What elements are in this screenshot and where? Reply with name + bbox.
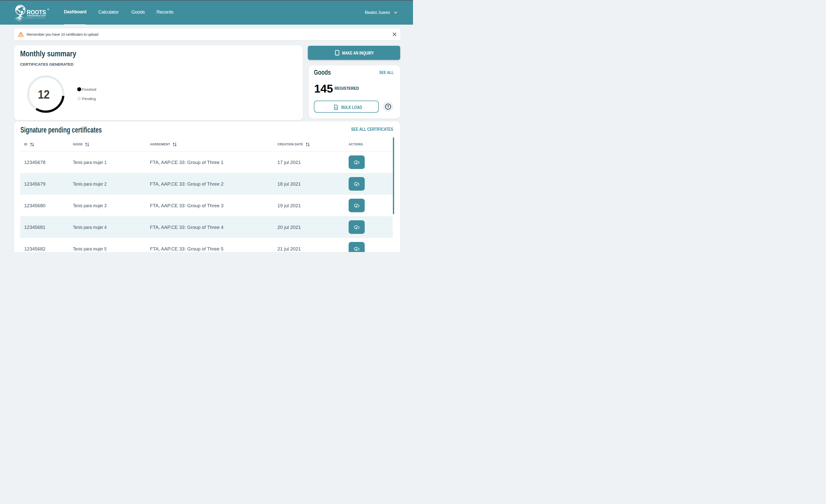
svg-text:R: R bbox=[48, 9, 49, 10]
svg-text:TRADENOLOGY: TRADENOLOGY bbox=[27, 14, 46, 17]
svg-text:12: 12 bbox=[38, 87, 50, 101]
svg-text:?: ? bbox=[387, 104, 389, 109]
svg-text:Origin by design: Origin by design bbox=[27, 17, 46, 18]
